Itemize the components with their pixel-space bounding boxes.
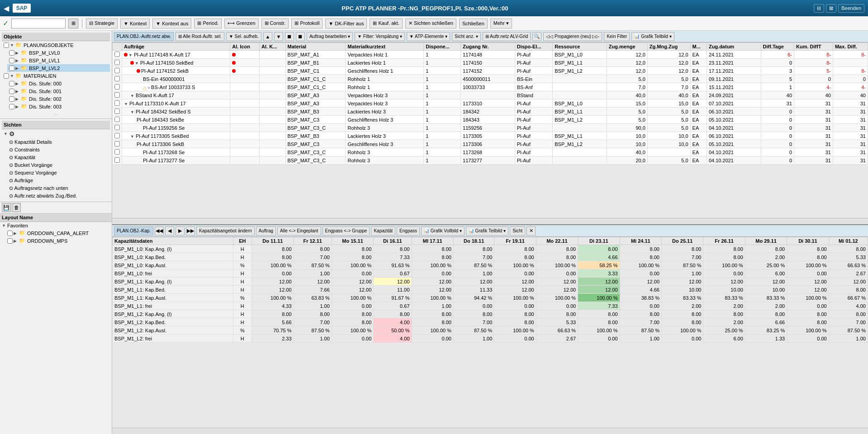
check-bsp-m-lvl0[interactable] bbox=[9, 50, 14, 56]
table-row[interactable]: △○BS-Anf 10033733 SBSP_MAT_C1_CRohholz 1… bbox=[113, 83, 868, 91]
back-button[interactable]: ◀ bbox=[4, 4, 9, 13]
tree-item-orddown-mps[interactable]: ▶ 📁 ORDDOWN_MPS bbox=[5, 237, 112, 245]
col-fr1211[interactable]: Fr 12.11 bbox=[294, 237, 332, 245]
alle-root-btn[interactable]: ⊞ Alle Root-Auftr. sel. bbox=[175, 32, 224, 41]
sort-down-btn[interactable]: ▼ bbox=[274, 32, 283, 41]
check-bsp-m-lvl1[interactable] bbox=[9, 58, 14, 63]
tree-item-orddown-capa[interactable]: ▶ 📁 ORDDOWN_CAPA_ALERT bbox=[5, 229, 112, 237]
sicht-auftragsnetz-unten[interactable]: ⊙ Auftragsnetz nach unten bbox=[7, 184, 110, 192]
col-do1811[interactable]: Do 18.11 bbox=[453, 237, 494, 245]
check-orddown-mps[interactable] bbox=[7, 238, 13, 244]
sel-aufheb-btn[interactable]: ▼ Sel. aufheb. bbox=[226, 32, 261, 41]
tree-item-materialien[interactable]: ▼ 📁 MATERIALIEN bbox=[2, 72, 110, 80]
row-check[interactable] bbox=[114, 117, 120, 122]
row-check[interactable] bbox=[114, 133, 120, 138]
check-planungsobjekte[interactable] bbox=[4, 42, 9, 48]
sicht-btn[interactable]: Sicht bbox=[510, 226, 525, 236]
sicht-auftr-netz-abwarts[interactable]: ⊙ Auftr.netz abwärts Zug./Bed. bbox=[7, 192, 110, 200]
engpass-gruppe-btn[interactable]: Engpass <-> Gruppe bbox=[323, 226, 370, 236]
tree-item-bsp-m-lvl0[interactable]: ▶ 📁 BSP_M_LVL0 bbox=[7, 49, 110, 57]
col-ressource[interactable]: Ressource bbox=[553, 43, 607, 51]
table-row[interactable]: Pl-Auf 1159256 SeBSP_MAT_C3_CRohholz 311… bbox=[113, 124, 868, 132]
col-mi1711[interactable]: MI 17.11 bbox=[412, 237, 453, 245]
propagieren-btn[interactable]: ◁◁ Propagieren (neu) ▷▷ bbox=[543, 32, 602, 41]
row-check[interactable] bbox=[114, 60, 120, 65]
kein-filter-btn[interactable]: Kein Filter bbox=[604, 32, 630, 41]
col-al-k[interactable]: Al. K... bbox=[260, 43, 285, 51]
col-di3011[interactable]: Di 30.11 bbox=[787, 237, 829, 245]
tree-item-dis-003[interactable]: ▶ 📁 Dis. Stufe: 003 bbox=[7, 103, 110, 110]
table-row[interactable]: BS-Ein 450000001BSP_MAT_C1_CRohholz 1145… bbox=[113, 75, 868, 83]
table-row[interactable]: Pl-Auf 184343 SekBeBSP_MAT_C3Geschliffen… bbox=[113, 116, 868, 124]
close-window-button[interactable]: ⊠ bbox=[826, 4, 836, 13]
col-kum-difft[interactable]: Kum. DiffT bbox=[794, 43, 833, 51]
tree-item-dis-000[interactable]: ▶ 📁 Dis. Stufe: 000 bbox=[7, 80, 110, 87]
row-check[interactable] bbox=[114, 141, 120, 146]
bottom-scrollbar[interactable] bbox=[112, 428, 868, 434]
col-mo2211[interactable]: Mo 22.11 bbox=[536, 237, 578, 245]
filter-verspat-btn[interactable]: ▼ Filter: Verspätung ▾ bbox=[355, 32, 405, 41]
grafik-vollbild-btn[interactable]: 📊 Grafik Vollbild ▾ bbox=[421, 226, 465, 236]
col-materialkurztext[interactable]: Materialkurztext bbox=[346, 43, 424, 51]
check-bsp-m-lvl2[interactable] bbox=[9, 66, 14, 71]
atp-elemente-btn[interactable]: ▼ ATP-Elemente ▾ bbox=[407, 32, 450, 41]
row-check[interactable] bbox=[114, 125, 120, 130]
col-di1611[interactable]: Di 16.11 bbox=[374, 237, 412, 245]
check-materialien[interactable] bbox=[4, 73, 9, 79]
grid-icon-1[interactable]: ◼ bbox=[285, 32, 294, 41]
check-dis-003[interactable] bbox=[9, 104, 14, 109]
sicht-kapazitat-details[interactable]: ⊙ Kapazität Details bbox=[7, 138, 110, 146]
col-max-diff[interactable]: Max. Diff. bbox=[833, 43, 868, 51]
tree-item-planungsobjekte[interactable]: ▼ 📁 PLANUNGSOBJEKTE bbox=[2, 41, 110, 49]
col-zugang-nr[interactable]: Zugang Nr. bbox=[461, 43, 515, 51]
row-check[interactable] bbox=[114, 100, 120, 106]
layout-save-btn[interactable]: 💾 bbox=[2, 203, 11, 212]
col-m[interactable]: M... bbox=[690, 43, 707, 51]
check-orddown-capa[interactable] bbox=[7, 231, 13, 236]
sicht-bucket-vorgange[interactable]: ⊙ Bucket Vorgänge bbox=[7, 161, 110, 169]
period-button[interactable]: ⊞ Period. bbox=[194, 19, 222, 28]
bottom-table-wrapper[interactable]: Kapazitätsdaten EH Do 11.11 Fr 12.11 Mo … bbox=[112, 237, 868, 428]
col-do1111[interactable]: Do 11.11 bbox=[252, 237, 294, 245]
row-check[interactable] bbox=[114, 76, 120, 81]
table-row[interactable]: ▼ BStand K-Auft 17BSP_MAT_A3Verpacktes H… bbox=[113, 91, 868, 99]
auftr-netz-alv-btn[interactable]: ⊞ Auftr.netz ALV-Grid bbox=[483, 32, 531, 41]
sicht-auftrage[interactable]: ⊙ Aufträge bbox=[7, 177, 110, 184]
table-row[interactable]: Pl-Auf 1173268 SeBSP_MAT_C3_CRohholz 311… bbox=[113, 148, 868, 156]
row-check[interactable] bbox=[114, 92, 120, 98]
kap-angebot-btn[interactable]: Kapazitätsangebot ändern bbox=[196, 226, 255, 236]
dk-filter-button[interactable]: ▼ DK-Filter aus bbox=[325, 19, 367, 28]
nav-next-btn[interactable]: ▶ bbox=[175, 226, 185, 236]
constr-button[interactable]: ⊞ Constr. bbox=[261, 19, 289, 28]
row-check[interactable] bbox=[114, 68, 120, 73]
sicht-kapazitat[interactable]: ⊙ Kapazität bbox=[7, 154, 110, 161]
col-zg-mng-zug[interactable]: Zg.Mng.Zug bbox=[647, 43, 690, 51]
nav-last-btn[interactable]: ▶▶ bbox=[186, 226, 195, 236]
sicht-sequenz-vorgange[interactable]: ⊙ Sequenz Vorgänge bbox=[7, 169, 110, 177]
mehr-button[interactable]: Mehr ▾ bbox=[490, 19, 512, 28]
tree-item-bsp-m-lvl2[interactable]: ▶ 📁 BSP_M_LVL2 bbox=[7, 64, 110, 72]
tree-item-dis-002[interactable]: ▶ 📁 Dis. Stufe: 002 bbox=[7, 95, 110, 103]
col-material[interactable]: Material bbox=[285, 43, 346, 51]
check-dis-002[interactable] bbox=[9, 96, 14, 102]
col-zug-menge[interactable]: Zug.menge bbox=[607, 43, 647, 51]
col-mo2911[interactable]: Mo 29.11 bbox=[745, 237, 787, 245]
strategie-button[interactable]: ⊟ Strategie bbox=[86, 19, 118, 28]
col-diff-tage[interactable]: Diff.Tage bbox=[761, 43, 794, 51]
col-fr2611[interactable]: Fr 26.11 bbox=[703, 237, 745, 245]
row-check[interactable] bbox=[114, 157, 120, 163]
row-check[interactable] bbox=[114, 52, 120, 57]
protokoll-button[interactable]: ⊞ Protokoll bbox=[291, 19, 323, 28]
col-mi0112[interactable]: Mi 01.12 bbox=[829, 237, 868, 245]
toolbar-icon-btn-1[interactable]: ⊞ bbox=[68, 19, 78, 28]
toolbar-input[interactable] bbox=[11, 19, 66, 28]
col-dispone[interactable]: Dispone... bbox=[424, 43, 461, 51]
nav-first-btn[interactable]: ◀◀ bbox=[155, 226, 164, 236]
layout-delete-btn[interactable]: 🗑 bbox=[12, 203, 21, 212]
check-icon[interactable]: ✓ bbox=[3, 19, 9, 28]
col-kapdata[interactable]: Kapazitätsdaten bbox=[113, 237, 233, 245]
table-row[interactable]: ▼ Pl-Auf 1174148 K-Auft 17BSP_MAT_A1Verp… bbox=[113, 51, 868, 59]
col-mi2411[interactable]: Mi 24.11 bbox=[620, 237, 661, 245]
alle-eingeplant-btn[interactable]: Alle <-> Eingeplant bbox=[277, 226, 321, 236]
tree-item-bsp-m-lvl1[interactable]: ▶ 📁 BSP_M_LVL1 bbox=[7, 57, 110, 64]
